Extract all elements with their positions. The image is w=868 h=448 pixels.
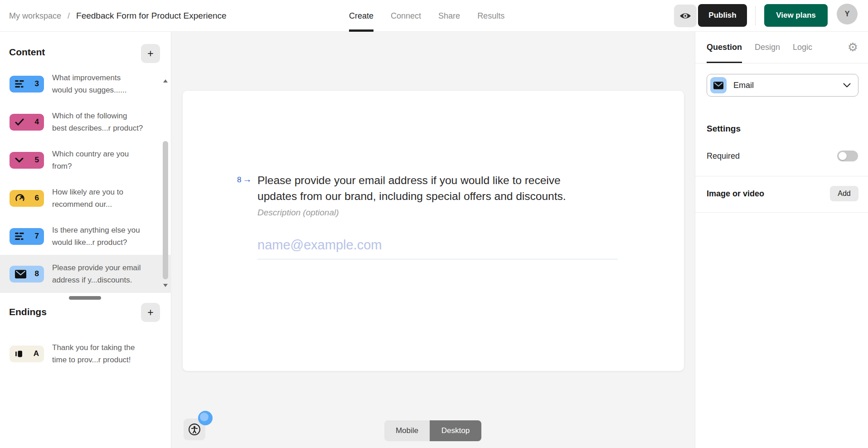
sidebar-item-question-7[interactable]: 7 Is there anything else you would like.… bbox=[0, 217, 171, 255]
question-number: 6 bbox=[35, 194, 39, 203]
add-ending-button[interactable]: + bbox=[141, 303, 160, 322]
tab-results[interactable]: Results bbox=[477, 0, 504, 32]
long-text-icon bbox=[15, 80, 25, 88]
question-number: 8 bbox=[237, 175, 241, 185]
gauge-icon bbox=[15, 194, 25, 202]
envelope-icon bbox=[713, 82, 723, 89]
question-title: How likely are you to recommend our... bbox=[52, 186, 123, 210]
view-plans-button[interactable]: View plans bbox=[764, 4, 828, 27]
gear-icon[interactable]: ⚙ bbox=[848, 41, 858, 53]
tab-connect[interactable]: Connect bbox=[391, 0, 421, 32]
sidebar-item-ending-a[interactable]: A Thank you for taking the time to prov.… bbox=[0, 335, 171, 373]
panel-resize-handle[interactable] bbox=[69, 296, 101, 300]
sidebar: Content + 3 What improvements would you … bbox=[0, 32, 171, 448]
mobile-toggle-button[interactable]: Mobile bbox=[384, 420, 430, 441]
breadcrumb-workspace-link[interactable]: My workspace bbox=[9, 11, 61, 21]
accessibility-notification-badge bbox=[198, 411, 213, 425]
ending-title: Thank you for taking the time to prov...… bbox=[52, 341, 135, 366]
email-input-placeholder[interactable]: name@example.com bbox=[257, 238, 382, 253]
settings-header: Settings bbox=[707, 124, 741, 134]
question-settings-panel: Question Design Logic ⚙ Email Sett bbox=[695, 32, 868, 448]
sidebar-scrollbar[interactable] bbox=[163, 141, 168, 279]
question-title: What improvements would you sugges...... bbox=[52, 72, 126, 96]
breadcrumb-separator: / bbox=[68, 11, 70, 21]
checkmark-icon bbox=[15, 118, 24, 126]
scroll-up-arrow[interactable] bbox=[163, 79, 168, 83]
main-nav-tabs: Create Connect Share Results bbox=[349, 0, 504, 32]
publish-button[interactable]: Publish bbox=[698, 4, 747, 27]
content-header: Content bbox=[9, 47, 45, 58]
panel-divider bbox=[695, 212, 868, 213]
panel-divider bbox=[695, 176, 868, 176]
envelope-icon bbox=[15, 270, 26, 278]
required-label: Required bbox=[707, 151, 740, 161]
accessibility-icon bbox=[188, 423, 201, 436]
preview-button[interactable] bbox=[674, 5, 697, 27]
question-type-badge: 3 bbox=[10, 76, 44, 93]
arrow-right-icon: → bbox=[242, 174, 252, 185]
desktop-toggle-button[interactable]: Desktop bbox=[430, 420, 481, 441]
tab-logic[interactable]: Logic bbox=[793, 32, 812, 63]
avatar[interactable]: Y bbox=[837, 4, 858, 24]
chevron-down-icon bbox=[843, 83, 851, 88]
email-type-badge bbox=[710, 77, 727, 93]
question-type-badge: 5 bbox=[10, 152, 44, 169]
question-type-badge: 4 bbox=[10, 114, 44, 131]
required-toggle-off[interactable] bbox=[837, 151, 858, 161]
eye-icon bbox=[679, 12, 691, 20]
topbar-divider bbox=[755, 6, 756, 25]
question-type-badge: 8 bbox=[10, 266, 44, 282]
panel-tabs: Question Design Logic bbox=[695, 32, 868, 63]
question-title: Which of the following best describes...… bbox=[52, 110, 143, 134]
question-number: 8 bbox=[35, 269, 39, 278]
question-number: 4 bbox=[35, 117, 39, 127]
tab-design[interactable]: Design bbox=[755, 32, 780, 63]
endings-header: Endings bbox=[9, 307, 47, 317]
sidebar-item-question-4[interactable]: 4 Which of the following best describes.… bbox=[0, 103, 171, 141]
scroll-down-arrow[interactable] bbox=[163, 284, 168, 287]
question-title: Which country are you from? bbox=[52, 148, 129, 172]
ending-type-badge: A bbox=[10, 346, 44, 362]
add-media-button[interactable]: Add bbox=[830, 186, 858, 201]
email-input-underline bbox=[257, 259, 618, 259]
image-or-video-label: Image or video bbox=[707, 189, 764, 199]
tab-share[interactable]: Share bbox=[438, 0, 460, 32]
ending-letter: A bbox=[34, 349, 39, 358]
form-title[interactable]: Feedback Form for Product Experience bbox=[76, 11, 227, 21]
tab-create[interactable]: Create bbox=[349, 0, 373, 32]
question-number: 7 bbox=[35, 232, 39, 241]
question-text-editable[interactable]: Please provide your email address if you… bbox=[257, 172, 603, 204]
question-number: 3 bbox=[35, 79, 39, 88]
question-title: Please provide your email address if y..… bbox=[52, 262, 141, 286]
long-text-icon bbox=[15, 233, 25, 240]
question-number-arrow: 8 → bbox=[237, 175, 252, 185]
chevron-down-icon bbox=[15, 157, 24, 163]
question-preview-card: 8 → Please provide your email address if… bbox=[183, 91, 684, 371]
sidebar-item-question-8-selected[interactable]: 8 Please provide your email address if y… bbox=[0, 255, 171, 293]
sidebar-item-question-5[interactable]: 5 Which country are you from? bbox=[0, 141, 171, 179]
ending-screen-icon bbox=[15, 350, 23, 358]
add-question-button[interactable]: + bbox=[141, 44, 160, 63]
question-type-label: Email bbox=[733, 81, 754, 90]
topbar: My workspace / Feedback Form for Product… bbox=[0, 0, 868, 32]
question-title: Is there anything else you would like...… bbox=[52, 224, 140, 248]
breadcrumb: My workspace / Feedback Form for Product… bbox=[9, 0, 227, 32]
sidebar-item-question-3[interactable]: 3 What improvements would you sugges....… bbox=[0, 65, 171, 103]
question-number: 5 bbox=[35, 156, 39, 165]
description-placeholder[interactable]: Description (optional) bbox=[257, 208, 339, 218]
tab-question[interactable]: Question bbox=[707, 32, 742, 63]
sidebar-item-question-6[interactable]: 6 How likely are you to recommend our... bbox=[0, 179, 171, 217]
question-type-badge: 7 bbox=[10, 228, 44, 245]
device-preview-toggle: Mobile Desktop bbox=[384, 420, 481, 441]
form-builder-app: My workspace / Feedback Form for Product… bbox=[0, 0, 868, 448]
question-type-badge: 6 bbox=[10, 190, 44, 207]
question-type-dropdown[interactable]: Email bbox=[707, 74, 858, 97]
